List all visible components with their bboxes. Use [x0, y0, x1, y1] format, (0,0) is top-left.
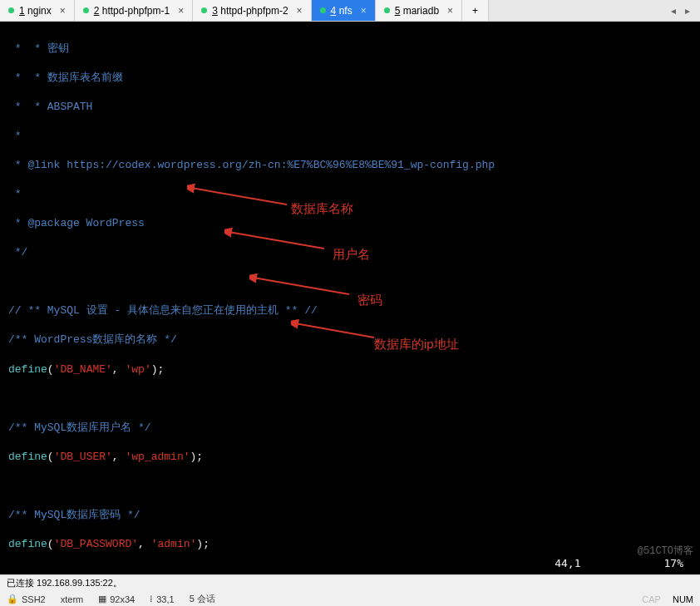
- lock-icon: 🔒: [7, 594, 18, 604]
- tab-httpd-2[interactable]: 3 httpd-phpfpm-2 ×: [193, 0, 311, 21]
- code-line: /** MySQL数据库密码 */: [8, 508, 692, 523]
- annotation-db-name: 数据库名称: [291, 200, 353, 217]
- close-icon[interactable]: ×: [361, 5, 367, 17]
- code-line: *: [8, 187, 692, 202]
- close-icon[interactable]: ×: [60, 5, 66, 17]
- status-dot-icon: [384, 7, 390, 13]
- terminal-viewport[interactable]: * * 密钥 * * 数据库表名前缀 * * ABSPATH * * @link…: [0, 22, 700, 574]
- connection-status: 已连接 192.168.99.135:22。: [0, 575, 700, 591]
- grid-icon: ▦: [98, 594, 106, 604]
- status-bar: 已连接 192.168.99.135:22。 🔒SSH2 xterm ▦ 92x…: [0, 574, 700, 606]
- close-icon[interactable]: ×: [447, 5, 453, 17]
- tab-label: 1 nginx: [19, 5, 52, 17]
- code-line: define('DB_USER', 'wp_admin');: [8, 450, 692, 465]
- tab-mariadb[interactable]: 5 mariadb ×: [376, 0, 462, 21]
- tab-label: 5 mariadb: [395, 5, 439, 17]
- close-icon[interactable]: ×: [297, 5, 303, 17]
- tab-nfs[interactable]: 4 nfs ×: [312, 0, 376, 21]
- code-line: * @link https://codex.wordpress.org/zh-c…: [8, 158, 692, 173]
- code-line: /** MySQL数据库用户名 */: [8, 421, 692, 436]
- code-line: * @package WordPress: [8, 216, 692, 231]
- tab-nginx[interactable]: 1 nginx ×: [0, 0, 75, 21]
- tab-httpd-1[interactable]: 2 httpd-phpfpm-1 ×: [75, 0, 193, 21]
- status-num: NUM: [673, 594, 693, 604]
- code-line: */: [8, 245, 692, 260]
- status-dot-icon: [320, 7, 326, 13]
- tab-bar: 1 nginx × 2 httpd-phpfpm-1 × 3 httpd-php…: [0, 0, 700, 22]
- tab-label: 4 nfs: [331, 5, 352, 17]
- code-line: define('DB_NAME', 'wp');: [8, 362, 692, 377]
- bars-icon: ⁞: [150, 594, 153, 604]
- status-dot-icon: [201, 7, 207, 13]
- tab-scroll-arrows[interactable]: ◂ ▸: [664, 5, 700, 17]
- code-line: /** WordPress数据库的名称 */: [8, 333, 692, 347]
- code-line: [8, 274, 692, 289]
- status-cursor: ⁞ 33,1: [150, 594, 174, 604]
- status-size: ▦ 92x34: [98, 594, 135, 604]
- watermark: @51CTO博客: [638, 544, 693, 558]
- code-line: *: [8, 129, 692, 144]
- tab-label: 2 httpd-phpfpm-1: [94, 5, 170, 17]
- code-line: * * ABSPATH: [8, 100, 692, 115]
- close-icon[interactable]: ×: [178, 5, 184, 17]
- add-tab-button[interactable]: +: [462, 0, 489, 21]
- code-line: * * 数据库表名前缀: [8, 71, 692, 86]
- status-sessions: 5 会话: [190, 593, 215, 605]
- status-ssh: 🔒SSH2: [7, 594, 46, 604]
- code-line: [8, 479, 692, 494]
- status-cap: CAP: [642, 594, 661, 604]
- code-line: [8, 392, 692, 406]
- code-line: // ** MySQL 设置 - 具体信息来自您正在使用的主机 ** //: [8, 303, 692, 318]
- status-dot-icon: [8, 7, 14, 13]
- tab-label: 3 httpd-phpfpm-2: [212, 5, 288, 17]
- status-term: xterm: [61, 594, 84, 604]
- status-dot-icon: [83, 7, 89, 13]
- code-line: * * 密钥: [8, 42, 692, 57]
